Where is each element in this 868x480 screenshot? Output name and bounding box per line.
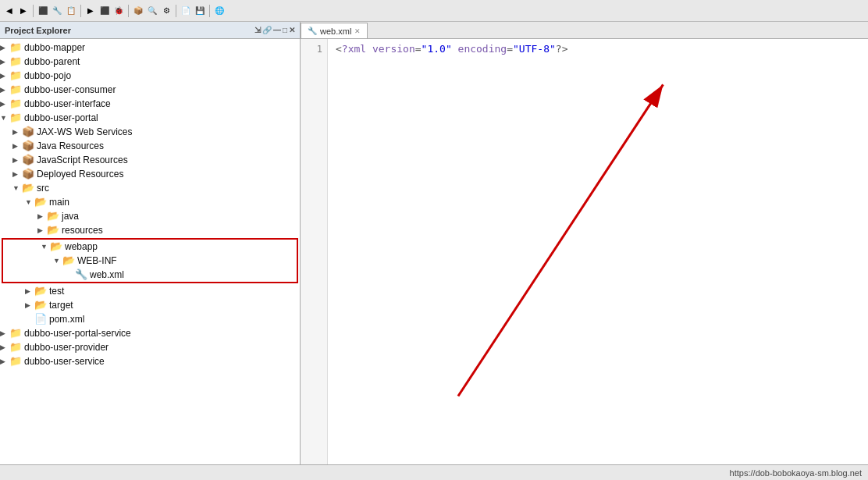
- toolbar-icon-5[interactable]: 📋: [65, 5, 77, 17]
- tree-item-test[interactable]: ▶📂test: [0, 284, 300, 298]
- tree-item-target[interactable]: ▶📂target: [0, 298, 300, 312]
- tree-item-dubbo-user-portal-service[interactable]: ▶📁dubbo-user-portal-service: [0, 326, 300, 340]
- tree-item-label: dubbo-user-portal: [24, 112, 98, 123]
- tree-icon-folder-special: 📦: [22, 168, 34, 180]
- tree-icon-project: 📁: [9, 69, 22, 82]
- tree-arrow: ▼: [12, 183, 22, 193]
- tree-arrow: ▼: [53, 256, 62, 265]
- toolbar-icon-2[interactable]: ▶: [17, 5, 30, 17]
- tree-item-resources[interactable]: ▶📂resources: [0, 223, 300, 237]
- toolbar-icon-1[interactable]: ◀: [3, 5, 16, 17]
- tree-icon-folder: 📂: [34, 299, 47, 311]
- tab-close-icon[interactable]: ✕: [354, 27, 361, 35]
- editor-tabs: 🔧 web.xml ✕: [301, 22, 868, 39]
- xml-encoding-attr: encoding: [458, 43, 507, 55]
- xml-version-attr: version: [372, 43, 415, 55]
- tree-icon-folder-special: 📦: [22, 154, 34, 166]
- tree-arrow: [66, 270, 75, 279]
- tab-label: web.xml: [320, 27, 351, 36]
- tree-item-dubbo-user-consumer[interactable]: ▶📁dubbo-user-consumer: [0, 83, 300, 97]
- panel-header: Project Explorer ⇲ 🔗 — □ ✕: [0, 22, 300, 39]
- toolbar-icon-14[interactable]: 🌐: [213, 5, 226, 17]
- tree-item-jax-ws[interactable]: ▶📦JAX-WS Web Services: [0, 125, 300, 139]
- toolbar-sep-1: [33, 5, 34, 17]
- toolbar-icon-7[interactable]: ⬛: [98, 5, 111, 17]
- tree-arrow: [25, 315, 34, 324]
- tree-arrow: ▶: [0, 357, 9, 366]
- tree-icon-folder: 📂: [34, 196, 47, 208]
- tree-item-label: dubbo-pojo: [24, 70, 71, 81]
- toolbar-icon-9[interactable]: 📦: [132, 5, 144, 17]
- tree-item-dubbo-parent[interactable]: ▶📁dubbo-parent: [0, 55, 300, 69]
- close-icon[interactable]: ✕: [289, 26, 295, 34]
- toolbar-icon-13[interactable]: 💾: [194, 5, 206, 17]
- tree-icon-xml-pom: 📄: [34, 313, 47, 325]
- tree-arrow: ▶: [25, 300, 34, 310]
- xml-space1: [452, 43, 458, 55]
- tree-arrow: ▶: [37, 226, 47, 235]
- tree-item-deployed-resources[interactable]: ▶📦Deployed Resources: [0, 167, 300, 181]
- xml-eq1: =: [415, 43, 422, 55]
- tree-item-dubbo-mapper[interactable]: ▶📁dubbo-mapper: [0, 41, 300, 55]
- tree-item-label: target: [49, 300, 73, 311]
- tree-icon-folder: 📂: [62, 254, 75, 267]
- minimize-icon[interactable]: —: [273, 26, 281, 34]
- tree-item-dubbo-user-service[interactable]: ▶📁dubbo-user-service: [0, 354, 300, 368]
- maximize-icon[interactable]: □: [283, 26, 287, 34]
- editor-panel: 🔧 web.xml ✕ 1 <?xml version="1.0" encodi…: [301, 22, 868, 464]
- link-icon[interactable]: 🔗: [262, 26, 272, 34]
- tree-item-label: java: [62, 211, 79, 222]
- tree-item-label: dubbo-user-portal-service: [24, 328, 131, 339]
- tree-icon-folder: 📂: [50, 240, 62, 253]
- collapse-icon[interactable]: ⇲: [254, 26, 261, 34]
- tree-item-src[interactable]: ▼📂src: [0, 181, 300, 195]
- tree-item-dubbo-user-interface[interactable]: ▶📁dubbo-user-interface: [0, 97, 300, 111]
- toolbar-sep-5: [209, 5, 210, 17]
- tree-icon-project: 📁: [9, 98, 22, 110]
- toolbar-icon-4[interactable]: 🔧: [51, 5, 63, 17]
- tree-item-java[interactable]: ▶📂java: [0, 209, 300, 223]
- xml-eq2: =: [507, 43, 513, 55]
- tree-item-dubbo-pojo[interactable]: ▶📁dubbo-pojo: [0, 69, 300, 83]
- tree-item-label: JAX-WS Web Services: [37, 126, 132, 137]
- tree-item-label: dubbo-user-provider: [24, 342, 108, 353]
- tree-arrow: ▶: [0, 329, 9, 338]
- tree-icon-folder: 📂: [22, 182, 34, 194]
- tree-item-webapp[interactable]: ▼📂webapp: [3, 240, 297, 254]
- tree-item-java-resources[interactable]: ▶📦Java Resources: [0, 139, 300, 153]
- tree-item-label: webapp: [65, 241, 98, 252]
- tree-arrow: ▶: [12, 127, 22, 137]
- toolbar-icon-8[interactable]: 🐞: [112, 5, 125, 17]
- tab-web-xml[interactable]: 🔧 web.xml ✕: [301, 23, 368, 38]
- tree-item-web-xml[interactable]: 🔧web.xml: [3, 268, 297, 282]
- toolbar-icon-12[interactable]: 📄: [180, 5, 192, 17]
- toolbar-icon-10[interactable]: 🔍: [146, 5, 158, 17]
- tree-item-dubbo-user-provider[interactable]: ▶📁dubbo-user-provider: [0, 340, 300, 354]
- status-bar: https://dob-bobokaoya-sm.blog.net: [0, 464, 868, 480]
- panel-header-icons: ⇲ 🔗 — □ ✕: [254, 26, 295, 34]
- status-url: https://dob-bobokaoya-sm.blog.net: [730, 468, 862, 478]
- code-area[interactable]: <?xml version="1.0" encoding="UTF-8"?>: [328, 39, 868, 464]
- tree-item-web-inf[interactable]: ▼📂WEB-INF: [3, 254, 297, 268]
- toolbar-icon-6[interactable]: ▶: [84, 5, 97, 17]
- tree-item-label: src: [37, 183, 49, 194]
- xml-close: ?>: [556, 43, 568, 55]
- tree-item-pom-xml[interactable]: 📄pom.xml: [0, 312, 300, 326]
- tree-arrow: ▶: [37, 212, 47, 221]
- toolbar-icon-3[interactable]: ⬛: [37, 5, 49, 17]
- main-layout: Project Explorer ⇲ 🔗 — □ ✕ ▶📁dubbo-mappe…: [0, 22, 868, 464]
- tree-item-label: Deployed Resources: [37, 169, 123, 180]
- tree-item-javascript-resources[interactable]: ▶📦JavaScript Resources: [0, 153, 300, 167]
- tree-icon-folder-special: 📦: [22, 126, 34, 138]
- tree-arrow: ▶: [12, 169, 22, 179]
- tree-item-label: dubbo-user-service: [24, 356, 105, 367]
- tree-arrow: ▼: [41, 242, 50, 251]
- toolbar-sep-4: [176, 5, 176, 17]
- toolbar: ◀ ▶ ⬛ 🔧 📋 ▶ ⬛ 🐞 📦 🔍 ⚙ 📄 💾 🌐: [0, 0, 868, 22]
- tree-item-main[interactable]: ▼📂main: [0, 195, 300, 209]
- tree-icon-project: 📁: [9, 84, 22, 96]
- tree-arrow: ▶: [0, 43, 9, 52]
- tree-item-dubbo-user-portal[interactable]: ▼📁dubbo-user-portal: [0, 111, 300, 125]
- tree-item-label: dubbo-mapper: [24, 42, 85, 53]
- toolbar-icon-11[interactable]: ⚙: [160, 5, 173, 17]
